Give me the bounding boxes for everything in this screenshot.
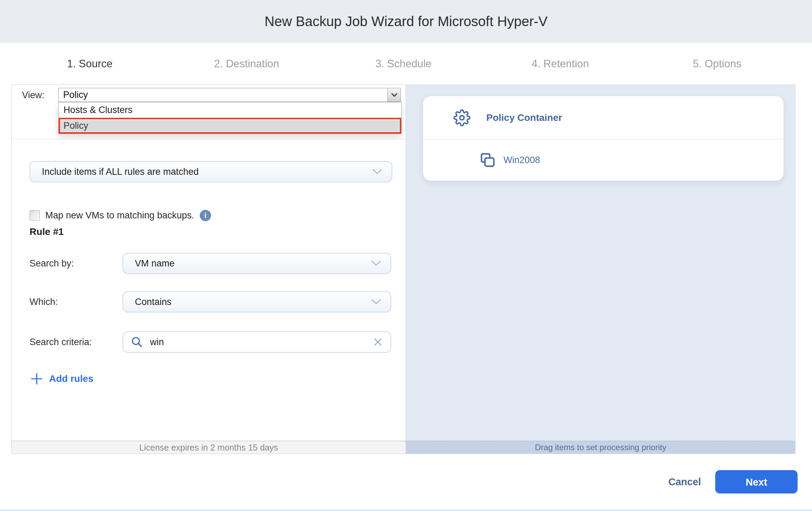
preview-panel: Policy Container Win2008 Drag items to s… <box>406 84 796 454</box>
include-rule-select[interactable]: Include items if ALL rules are matched <box>30 161 392 182</box>
policy-container-card: Policy Container Win2008 <box>423 96 784 181</box>
wizard-header: New Backup Job Wizard for Microsoft Hype… <box>0 0 812 43</box>
add-rules-button[interactable]: Add rules <box>31 371 93 386</box>
search-criteria-field <box>123 331 391 353</box>
dialog-bottom-border <box>0 510 812 511</box>
view-row: View: Policy Hosts & Clusters Policy <box>12 85 406 139</box>
search-by-label: Search by: <box>30 257 74 270</box>
which-label: Which: <box>30 295 58 309</box>
view-label: View: <box>22 88 45 102</box>
search-by-value: VM name <box>123 258 371 269</box>
step-destination[interactable]: 2. Destination <box>168 43 325 84</box>
policy-container-label: Policy Container <box>486 112 562 123</box>
include-rule-value: Include items if ALL rules are matched <box>30 167 372 177</box>
chevron-down-icon <box>371 261 381 266</box>
chevron-down-icon <box>391 93 397 97</box>
search-by-select[interactable]: VM name <box>123 253 391 274</box>
vm-list-item[interactable]: Win2008 <box>423 139 784 181</box>
map-vms-row: Map new VMs to matching backups. i <box>30 208 211 223</box>
policy-container-row[interactable]: Policy Container <box>423 96 784 139</box>
view-dropdown-list: Hosts & Clusters Policy <box>58 102 402 134</box>
plus-icon <box>31 373 43 385</box>
which-value: Contains <box>123 297 371 307</box>
view-option-policy-highlight: Policy <box>59 118 401 134</box>
gear-icon <box>453 109 471 126</box>
which-select[interactable]: Contains <box>123 291 391 313</box>
page-title: New Backup Job Wizard for Microsoft Hype… <box>0 0 812 43</box>
next-button[interactable]: Next <box>715 470 798 493</box>
vm-icon <box>479 152 496 168</box>
view-option-policy[interactable]: Policy <box>60 119 400 132</box>
map-vms-checkbox[interactable] <box>30 210 40 220</box>
step-retention[interactable]: 4. Retention <box>482 43 639 84</box>
wizard-steps: 1. Source 2. Destination 3. Schedule 4. … <box>11 43 796 84</box>
view-combobox-arrow-button[interactable] <box>387 88 401 102</box>
source-panel: View: Policy Hosts & Clusters Policy Inc… <box>11 84 406 454</box>
map-vms-label: Map new VMs to matching backups. <box>45 210 194 221</box>
drag-hint-bar: Drag items to set processing priority <box>406 441 795 454</box>
chevron-down-icon <box>371 299 381 305</box>
rule-title: Rule #1 <box>30 225 64 239</box>
step-options[interactable]: 5. Options <box>639 43 796 84</box>
step-schedule[interactable]: 3. Schedule <box>325 43 482 84</box>
search-criteria-label: Search criteria: <box>30 335 92 349</box>
clear-search-icon[interactable] <box>373 338 382 347</box>
search-icon <box>131 336 143 348</box>
search-criteria-input[interactable] <box>143 337 373 348</box>
step-source[interactable]: 1. Source <box>11 43 168 84</box>
add-rules-label: Add rules <box>49 373 93 384</box>
chevron-down-icon <box>372 169 382 175</box>
info-icon[interactable]: i <box>200 210 211 221</box>
license-status-bar: License expires in 2 months 15 days <box>12 441 406 454</box>
view-option-hosts-clusters[interactable]: Hosts & Clusters <box>59 102 401 118</box>
view-combobox[interactable]: Policy <box>58 88 401 102</box>
view-combobox-value: Policy <box>59 88 387 102</box>
cancel-button[interactable]: Cancel <box>652 471 717 492</box>
vm-item-label: Win2008 <box>503 155 540 166</box>
